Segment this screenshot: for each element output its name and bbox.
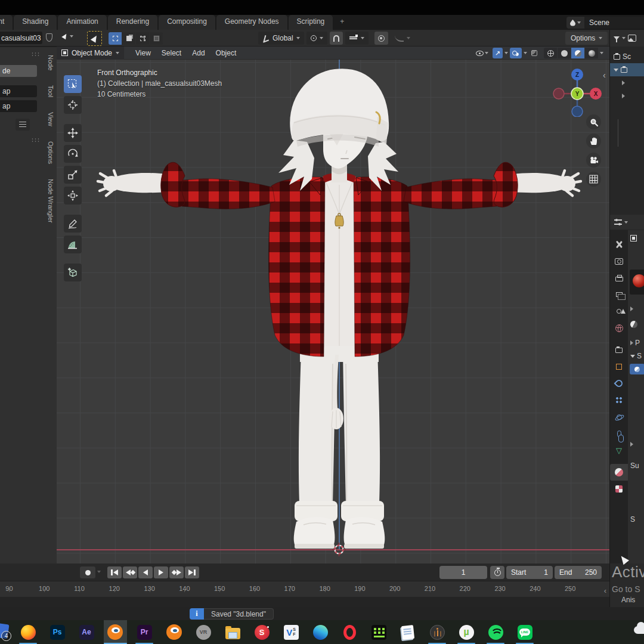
shading-wireframe-button[interactable]: [544, 48, 557, 58]
workspace-tab[interactable]: Geometry Nodes: [216, 15, 287, 30]
tab-material[interactable]: [610, 464, 628, 481]
snap-target-dropdown[interactable]: [345, 32, 369, 45]
timeline-track-area[interactable]: [0, 597, 609, 607]
gizmo-x-neg-axis[interactable]: [553, 88, 564, 99]
current-frame-field[interactable]: 1: [439, 566, 487, 579]
snap-toggle[interactable]: [330, 32, 343, 45]
taskbar-vr-app[interactable]: VR: [196, 624, 211, 640]
taskbar-file-explorer[interactable]: [225, 624, 240, 640]
play-reverse-button[interactable]: [138, 566, 153, 578]
xray-toggle[interactable]: [529, 48, 540, 58]
timeline-collapse-arrow[interactable]: ‹: [604, 586, 606, 595]
node-button[interactable]: de: [0, 65, 37, 77]
tool-scale[interactable]: [64, 166, 82, 184]
tab-view-layer[interactable]: [610, 286, 628, 303]
taskbar-vseeface[interactable]: V SF: [283, 624, 299, 640]
expand-icon[interactable]: [614, 69, 618, 72]
tab-physics[interactable]: [610, 408, 628, 425]
tab-scene[interactable]: [610, 303, 628, 320]
workspace-tab[interactable]: Scripting: [289, 15, 333, 30]
tool-select-box[interactable]: [64, 75, 82, 93]
tab-object[interactable]: [610, 358, 628, 375]
outliner-collection-row[interactable]: [610, 63, 644, 76]
frame-end-field[interactable]: End 250: [555, 566, 602, 579]
taskbar-edge[interactable]: [312, 624, 328, 640]
tab-tool[interactable]: [610, 236, 628, 253]
orientation-dropdown[interactable]: Global: [258, 32, 304, 45]
sidebar-tab[interactable]: Node: [43, 49, 57, 76]
tab-object-data[interactable]: ▽: [610, 442, 628, 459]
workspace-tab[interactable]: Shading: [14, 15, 57, 30]
gizmos-toggle[interactable]: ↗: [493, 48, 503, 58]
sidebar-tab[interactable]: Tool: [43, 80, 57, 103]
taskbar-spotify[interactable]: [488, 624, 503, 640]
taskbar-blender-2[interactable]: [166, 624, 182, 640]
tool-rotate[interactable]: [64, 145, 82, 163]
tool-measure[interactable]: [64, 236, 82, 253]
map-field-1[interactable]: ap: [0, 85, 37, 97]
material-slot[interactable]: [630, 364, 644, 374]
collapse-icon[interactable]: [622, 80, 625, 85]
tab-output[interactable]: [610, 270, 628, 286]
zoom-button[interactable]: [586, 114, 601, 129]
outliner-scene-collection[interactable]: Sc: [610, 50, 644, 63]
overlays-toggle[interactable]: [510, 48, 522, 58]
sidebar-collapse-arrow[interactable]: ‹: [603, 70, 606, 80]
tab-modifiers[interactable]: [610, 375, 628, 392]
onedrive-cloud-icon[interactable]: [634, 626, 644, 634]
shading-material-button[interactable]: [571, 48, 584, 58]
scene-selector[interactable]: Scene: [566, 17, 644, 29]
tool-move[interactable]: [64, 124, 82, 142]
sidebar-tab[interactable]: View: [43, 107, 57, 132]
taskbar-pixel-app[interactable]: [371, 624, 386, 640]
cursor-3d[interactable]: [332, 543, 346, 556]
viewport-3d[interactable]: Object Mode ViewSelectAddObject ↗: [57, 47, 609, 564]
select-mode-extend[interactable]: [122, 32, 135, 45]
tab-constraints[interactable]: [610, 425, 628, 442]
falloff-dropdown[interactable]: [391, 32, 414, 45]
options-dropdown[interactable]: Options: [565, 32, 608, 45]
workspace-tab[interactable]: aint: [0, 15, 13, 30]
shading-rendered-button[interactable]: [585, 48, 598, 58]
active-tool-menu[interactable]: [62, 33, 73, 39]
select-mode-set[interactable]: [109, 32, 122, 45]
jump-to-start-button[interactable]: [107, 566, 122, 578]
tab-render[interactable]: [610, 253, 628, 270]
object-visibility-dropdown[interactable]: [473, 48, 491, 58]
map-field-2[interactable]: ap: [0, 100, 37, 112]
taskbar-photoshop[interactable]: Ps: [49, 624, 65, 640]
list-button[interactable]: [16, 119, 30, 131]
tool-add-cube[interactable]: [64, 264, 82, 281]
sidebar-tab[interactable]: Node Wrangler: [43, 174, 57, 228]
workspace-tab[interactable]: +: [334, 15, 350, 30]
taskbar-after-effects[interactable]: Ae: [79, 624, 94, 640]
tab-world[interactable]: [610, 320, 628, 336]
taskbar-line[interactable]: LINE: [517, 624, 532, 640]
toggle-ortho-button[interactable]: [586, 172, 601, 187]
viewport-menu[interactable]: Select: [156, 47, 187, 60]
jump-to-end-button[interactable]: [185, 566, 199, 578]
tab-particles[interactable]: [610, 392, 628, 408]
panel-collapsed-row[interactable]: [630, 442, 633, 447]
viewport-canvas[interactable]: Front Orthographic (1) Collection | male…: [57, 60, 609, 564]
viewport-menu[interactable]: Add: [187, 47, 210, 60]
mode-dropdown[interactable]: Object Mode: [57, 47, 124, 60]
navigation-gizmo[interactable]: Z X Y: [550, 63, 604, 117]
character-model[interactable]: [57, 60, 609, 564]
tool-transform[interactable]: [64, 187, 82, 205]
tool-cursor[interactable]: [64, 96, 82, 114]
tool-annotate[interactable]: [64, 215, 82, 233]
frame-start-field[interactable]: Start 1: [506, 566, 553, 579]
panel-s-row[interactable]: S: [630, 352, 642, 360]
taskbar-opera[interactable]: [342, 624, 357, 640]
outliner-object-row[interactable]: [610, 76, 644, 89]
collapse-icon[interactable]: [622, 94, 625, 98]
preview-sphere-row[interactable]: [630, 321, 637, 328]
tab-collection[interactable]: [610, 342, 628, 358]
display-mode-icon[interactable]: [628, 35, 636, 42]
active-tool-button[interactable]: [87, 31, 102, 46]
taskbar-utorrent[interactable]: µ: [459, 624, 474, 640]
taskbar-pose-app[interactable]: [429, 624, 445, 640]
workspace-tab[interactable]: Animation: [58, 15, 106, 30]
tab-texture[interactable]: [610, 481, 628, 497]
